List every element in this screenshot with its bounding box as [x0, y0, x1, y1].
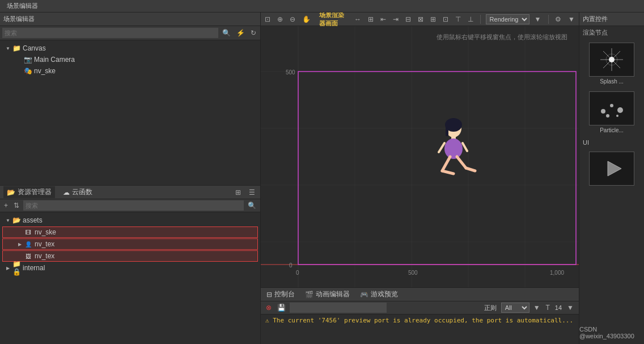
tab-assets[interactable]: 📂 资源管理器 — [3, 186, 55, 198]
icon-canvas: 📁 — [12, 44, 20, 52]
arrow-nv-tex-group: ▶ — [16, 241, 23, 247]
font-size-value: 14 — [555, 304, 562, 311]
assets-tree: ▼ 📂 assets ▶ 🎞 nv_ske ▶ 👤 nv_tex — [0, 212, 260, 344]
viewport-icon7[interactable]: ⊞ — [429, 15, 438, 24]
viewport-tab-label: 场景渲染器画面 — [319, 12, 346, 28]
hierarchy-search-bar: 🔍 ⚡ ↻ — [0, 26, 260, 40]
settings-icon[interactable]: ⚙ — [553, 15, 563, 24]
dropdown-icon[interactable]: ▼ — [566, 15, 577, 24]
zoom-out-btn[interactable]: ⊖ — [288, 15, 297, 24]
sep1 — [480, 15, 481, 24]
ui-icon — [592, 154, 632, 183]
ui-section-label: UI — [579, 137, 644, 148]
anim-tab-label: 动画编辑器 — [316, 290, 350, 299]
bottom-console: ⊟ 控制台 🎬 动画编辑器 🎮 游戏预览 ⊗ 💾 正则 — [261, 287, 579, 344]
tree-item-main-camera[interactable]: ▶ 📷 Main Camera — [0, 54, 260, 65]
console-tabs: ⊟ 控制台 🎬 动画编辑器 🎮 游戏预览 — [261, 288, 579, 301]
label-nv-tex-item: nv_tex — [35, 252, 54, 260]
sep2 — [548, 15, 549, 24]
viewport-icon6[interactable]: ⊠ — [416, 15, 425, 24]
svg-point-17 — [444, 139, 463, 159]
regex-label: 正则 — [484, 304, 497, 312]
sort-btn[interactable]: ⇅ — [12, 201, 21, 210]
particle-icon — [592, 94, 632, 123]
hierarchy-title: 场景编辑器 — [3, 15, 35, 23]
render-node-splash[interactable]: Splash ... — [579, 39, 644, 88]
splash-icon — [592, 45, 632, 74]
label-nv-ske: nv_ske — [34, 67, 56, 75]
search-icon[interactable]: 🔍 — [221, 28, 232, 37]
assets-add-icon[interactable]: ⊞ — [234, 188, 243, 197]
add-asset-btn[interactable]: + — [2, 201, 10, 210]
svg-line-21 — [442, 171, 454, 174]
svg-line-20 — [442, 157, 450, 171]
viewport-icon3[interactable]: ⇤ — [379, 15, 388, 24]
ui-node[interactable] — [579, 148, 644, 191]
asset-item-nv-tex-group[interactable]: ▶ 👤 nv_tex — [2, 238, 258, 250]
save-log-btn[interactable]: 💾 — [276, 303, 287, 312]
label-nv-ske-asset: nv_ske — [35, 228, 56, 236]
viewport-area[interactable]: 使用鼠标右键平移视窗焦点，使用滚轮缩放视图 500 0 0 500 1,000 — [261, 26, 579, 287]
filter-icon[interactable]: ⚡ — [235, 28, 247, 37]
icon-nv-tex-group: 👤 — [24, 240, 32, 248]
viewport-hint: 使用鼠标右键平移视窗焦点，使用滚轮缩放视图 — [437, 33, 567, 41]
hierarchy-search-input[interactable] — [2, 28, 218, 38]
tree-item-canvas[interactable]: ▼ 📁 Canvas — [0, 43, 260, 54]
zoom-in-btn[interactable]: ⊕ — [276, 15, 285, 24]
assets-menu-icon[interactable]: ☰ — [247, 188, 257, 197]
arrow-assets-root: ▼ — [5, 217, 11, 224]
asset-item-internal[interactable]: ▶ 📁🔒 internal — [0, 262, 260, 274]
render-node-particle[interactable]: Particle... — [579, 88, 644, 137]
label-internal: internal — [23, 264, 45, 272]
label-x0: 0 — [296, 270, 299, 276]
assets-tab-label: 资源管理器 — [18, 187, 52, 197]
viewport-panel: ⊡ ⊕ ⊖ ✋ 场景渲染器画面 ↔ ⊞ ⇤ ⇥ ⊟ ⊠ ⊞ ⊡ ⊤ ⊥ — [261, 12, 579, 287]
asset-search-icon[interactable]: 🔍 — [246, 201, 258, 210]
viewport-icon1[interactable]: ↔ — [353, 15, 363, 24]
asset-item-root[interactable]: ▼ 📂 assets — [0, 215, 260, 226]
svg-line-23 — [466, 168, 475, 171]
refresh-icon[interactable]: ↻ — [249, 28, 258, 37]
font-size-arrow[interactable]: ▼ — [565, 303, 575, 312]
tab-anim-editor[interactable]: 🎬 动画编辑器 — [302, 288, 353, 300]
zoom-fit-btn[interactable]: ⊡ — [263, 15, 272, 24]
svg-point-33 — [606, 114, 609, 118]
svg-line-19 — [463, 143, 467, 151]
console-icon: ⊟ — [266, 291, 272, 299]
clear-console-btn[interactable]: ⊗ — [264, 303, 273, 312]
svg-point-32 — [617, 107, 623, 113]
asset-item-nv-ske[interactable]: ▶ 🎞 nv_ske — [2, 226, 258, 238]
viewport-icon2[interactable]: ⊞ — [366, 15, 375, 24]
viewport-icon5[interactable]: ⊟ — [404, 15, 413, 24]
assets-search-input[interactable] — [23, 200, 244, 211]
rendering-select[interactable]: Rendering — [486, 14, 529, 24]
tree-item-nv-ske[interactable]: ▶ 🎭 nv_ske — [0, 65, 260, 77]
center-bottom-layout: ⊡ ⊕ ⊖ ✋ 场景渲染器画面 ↔ ⊞ ⇤ ⇥ ⊟ ⊠ ⊞ ⊡ ⊤ ⊥ — [261, 12, 579, 344]
assets-toolbar: + ⇅ 🔍 — [0, 199, 260, 212]
viewport-icon10[interactable]: ⊥ — [466, 15, 475, 24]
scene-hierarchy: 场景编辑器 🔍 ⚡ ↻ ▼ 📁 Canvas ▶ — [0, 12, 260, 186]
warning-message: ⚠ The current '7456' preview port is alr… — [265, 317, 573, 324]
tab-preview[interactable]: 🎮 游戏预览 — [357, 288, 401, 300]
hand-tool-btn[interactable]: ✋ — [300, 15, 312, 24]
viewport-icon8[interactable]: ⊡ — [441, 15, 450, 24]
label-main-camera: Main Camera — [34, 56, 75, 64]
character-sprite — [425, 117, 482, 192]
viewport-icon9[interactable]: ⊤ — [454, 15, 463, 24]
tab-cloud[interactable]: ☁ 云函数 — [60, 186, 96, 198]
label-y500: 500 — [286, 69, 295, 75]
left-panel: 场景编辑器 🔍 ⚡ ↻ ▼ 📁 Canvas ▶ — [0, 12, 261, 344]
log-level-arrow[interactable]: ▼ — [532, 303, 542, 312]
top-toolbar: 场景编辑器 — [0, 0, 644, 12]
icon-main-camera: 📷 — [24, 56, 32, 64]
console-tab-label: 控制台 — [274, 290, 295, 299]
log-level-select[interactable]: All — [501, 303, 529, 313]
font-size-icon[interactable]: T — [544, 303, 552, 312]
asset-item-nv-tex-item[interactable]: ▶ 🖼 nv_tex — [2, 250, 258, 262]
tab-console[interactable]: ⊟ 控制台 — [263, 288, 298, 300]
console-filter-input[interactable] — [290, 303, 387, 313]
right-panel: 内置控件 渲染节点 Splash ... — [579, 12, 644, 344]
more-btn[interactable]: ▼ — [533, 15, 543, 24]
label-assets-root: assets — [23, 216, 43, 224]
viewport-icon4[interactable]: ⇥ — [391, 15, 400, 24]
